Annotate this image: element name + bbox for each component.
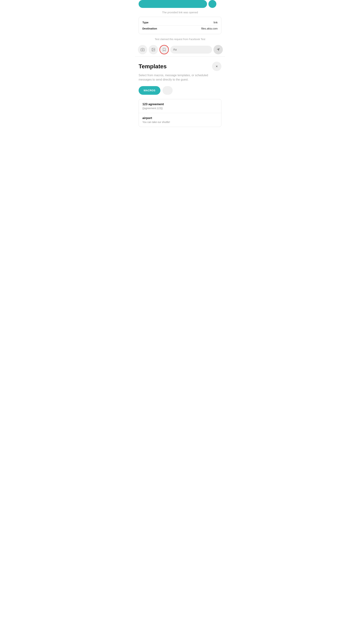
status-text: The provided link was opened — [135, 11, 225, 17]
template-button[interactable] — [159, 45, 169, 54]
send-icon — [216, 48, 220, 52]
divider — [135, 56, 225, 57]
type-label: Type — [142, 21, 148, 24]
type-value: link — [214, 21, 218, 24]
bookmark-icon — [162, 48, 166, 52]
svg-point-2 — [152, 49, 153, 49]
close-button[interactable]: × — [212, 62, 221, 71]
destination-label: Destination — [142, 27, 157, 30]
top-teal-button[interactable] — [139, 0, 207, 8]
tab-templates[interactable] — [162, 86, 173, 95]
message-toolbar — [135, 44, 225, 56]
svg-marker-4 — [217, 48, 220, 51]
templates-title: Templates — [139, 63, 167, 70]
template-item-2[interactable]: airport You can take our shuttle! — [139, 113, 221, 127]
template-preview-2: You can take our shuttle! — [142, 121, 218, 124]
svg-point-0 — [142, 49, 143, 50]
tabs-row: MACROS — [139, 86, 221, 95]
template-item-1[interactable]: 123 agreement {{agreement.123}} — [139, 99, 221, 113]
destination-value: files.akia.com — [201, 27, 218, 30]
message-input[interactable] — [170, 46, 212, 54]
tab-macros[interactable]: MACROS — [139, 86, 160, 95]
info-card: Type link Destination files.akia.com — [139, 17, 221, 34]
camera-button[interactable] — [138, 45, 147, 54]
top-teal-button-right[interactable] — [209, 0, 216, 8]
templates-panel: Templates × Select from macros, message … — [135, 57, 225, 127]
destination-row: Destination files.akia.com — [142, 26, 218, 32]
camera-icon — [141, 48, 144, 52]
send-button[interactable] — [214, 45, 223, 54]
template-name-1: 123 agreement — [142, 102, 218, 106]
templates-description: Select from macros, message templates, o… — [139, 73, 221, 82]
template-name-2: airport — [142, 116, 218, 120]
image-icon — [151, 48, 155, 52]
claimed-text: Test claimed this request from Facebook … — [135, 38, 225, 44]
type-row: Type link — [142, 20, 218, 26]
template-preview-1: {{agreement.123}} — [142, 107, 218, 110]
image-button[interactable] — [149, 45, 158, 54]
templates-header: Templates × — [139, 62, 221, 71]
template-list: 123 agreement {{agreement.123}} airport … — [139, 99, 221, 127]
